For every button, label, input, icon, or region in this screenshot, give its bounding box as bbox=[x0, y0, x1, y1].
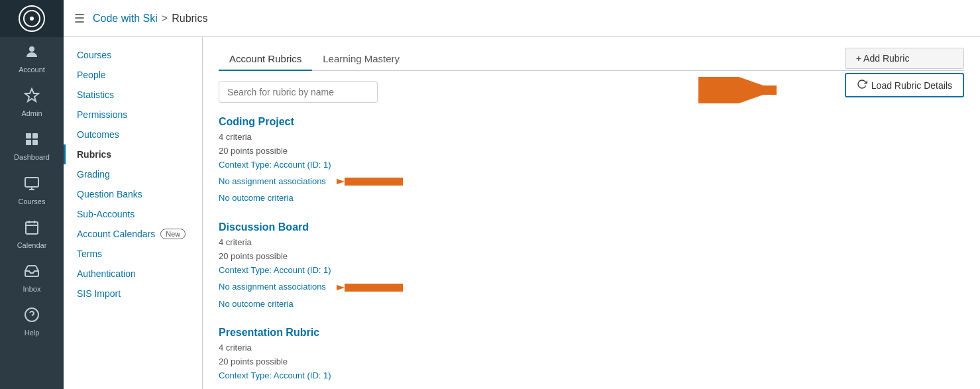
arrow-discussion-board bbox=[337, 278, 403, 298]
nav-item-help[interactable]: Help bbox=[0, 300, 64, 344]
rubric-no-assoc-discussion: No assignment associations bbox=[219, 280, 326, 294]
load-rubric-button[interactable]: Load Rubric Details bbox=[845, 73, 964, 97]
nav-calendar-label: Calendar bbox=[17, 241, 47, 250]
search-input[interactable] bbox=[219, 82, 378, 103]
nav-item-dashboard[interactable]: Dashboard bbox=[0, 125, 64, 168]
breadcrumb-current: Rubrics bbox=[172, 13, 207, 25]
svg-rect-4 bbox=[26, 140, 31, 145]
tab-learning-mastery[interactable]: Learning Mastery bbox=[312, 48, 410, 71]
rubric-points-coding: 20 points possible bbox=[219, 144, 964, 158]
sidebar-item-statistics[interactable]: Statistics bbox=[64, 85, 202, 105]
calendar-icon bbox=[24, 219, 40, 239]
breadcrumb-link[interactable]: Code with Ski bbox=[93, 13, 158, 25]
help-icon bbox=[24, 307, 40, 327]
logo-dot bbox=[30, 17, 34, 21]
rubric-points-discussion: 20 points possible bbox=[219, 250, 964, 264]
rubric-no-assoc-presentation: No assignment associations bbox=[219, 386, 326, 389]
account-icon bbox=[24, 44, 40, 64]
sidebar-item-sis-import[interactable]: SIS Import bbox=[64, 284, 202, 304]
main-area: ☰ Code with Ski > Rubrics Courses People… bbox=[64, 0, 980, 389]
rubric-item-discussion-board: Discussion Board 4 criteria 20 points po… bbox=[219, 221, 964, 311]
arrow-coding-project bbox=[337, 172, 403, 192]
nav-inbox-label: Inbox bbox=[23, 285, 41, 294]
svg-rect-5 bbox=[32, 140, 38, 145]
arrow-presentation-rubric bbox=[337, 383, 403, 389]
rubric-context-discussion: Context Type: Account (ID: 1) bbox=[219, 264, 964, 278]
svg-rect-9 bbox=[26, 222, 38, 234]
breadcrumb-separator: > bbox=[162, 13, 168, 25]
load-rubric-label: Load Rubric Details bbox=[871, 80, 952, 91]
rubric-points-presentation: 20 points possible bbox=[219, 355, 964, 369]
nav-dashboard-label: Dashboard bbox=[14, 153, 50, 162]
main-panel: + Add Rubric Load Rubric Details bbox=[203, 37, 980, 389]
sidebar-item-terms[interactable]: Terms bbox=[64, 244, 202, 264]
account-calendars-label: Account Calendars bbox=[77, 229, 155, 239]
logo bbox=[0, 0, 64, 37]
nav-item-account[interactable]: Account bbox=[0, 37, 64, 81]
sidebar-item-people[interactable]: People bbox=[64, 65, 202, 85]
breadcrumb: Code with Ski > Rubrics bbox=[93, 13, 207, 25]
courses-icon bbox=[24, 176, 40, 195]
rubric-no-assoc-coding: No assignment associations bbox=[219, 175, 326, 189]
nav-help-label: Help bbox=[25, 329, 40, 337]
sidebar: Courses People Statistics Permissions Ou… bbox=[64, 37, 203, 389]
hamburger-icon[interactable]: ☰ bbox=[74, 11, 85, 26]
sidebar-item-rubrics[interactable]: Rubrics bbox=[64, 144, 202, 164]
nav-rail: Account Admin Dashboard Courses Calendar… bbox=[0, 0, 64, 389]
svg-point-0 bbox=[29, 46, 34, 52]
svg-marker-1 bbox=[25, 89, 38, 101]
rubric-meta-discussion-board: 4 criteria 20 points possible Context Ty… bbox=[219, 236, 964, 311]
logo-inner bbox=[23, 10, 40, 27]
action-buttons: + Add Rubric Load Rubric Details bbox=[845, 48, 964, 97]
nav-admin-label: Admin bbox=[21, 109, 42, 118]
nav-account-label: Account bbox=[19, 66, 45, 74]
logo-circle bbox=[19, 5, 45, 32]
sidebar-item-permissions[interactable]: Permissions bbox=[64, 105, 202, 125]
rubric-title-discussion-board[interactable]: Discussion Board bbox=[219, 221, 964, 233]
sidebar-item-account-calendars[interactable]: Account Calendars New bbox=[64, 224, 202, 244]
rubric-criteria-discussion: 4 criteria bbox=[219, 236, 964, 250]
rubric-meta-coding-project: 4 criteria 20 points possible Context Ty… bbox=[219, 131, 964, 205]
rubric-meta-presentation: 4 criteria 20 points possible Context Ty… bbox=[219, 341, 964, 389]
sidebar-item-authentication[interactable]: Authentication bbox=[64, 264, 202, 284]
sidebar-item-courses[interactable]: Courses bbox=[64, 45, 202, 65]
inbox-icon bbox=[24, 263, 40, 283]
svg-rect-3 bbox=[32, 133, 38, 139]
nav-courses-label: Courses bbox=[19, 197, 46, 206]
rubric-no-outcome-discussion: No outcome criteria bbox=[219, 298, 964, 311]
rubric-item-coding-project: Coding Project 4 criteria 20 points poss… bbox=[219, 116, 964, 205]
top-bar: ☰ Code with Ski > Rubrics bbox=[64, 0, 980, 37]
nav-item-inbox[interactable]: Inbox bbox=[0, 256, 64, 300]
rubric-item-presentation-rubric: Presentation Rubric 4 criteria 20 points… bbox=[219, 327, 964, 389]
dashboard-icon bbox=[24, 131, 40, 151]
add-rubric-button[interactable]: + Add Rubric bbox=[845, 48, 964, 69]
admin-icon bbox=[24, 87, 40, 107]
rubric-context-presentation: Context Type: Account (ID: 1) bbox=[219, 369, 964, 383]
rubric-no-outcome-coding: No outcome criteria bbox=[219, 192, 964, 205]
svg-rect-6 bbox=[25, 178, 38, 187]
arrow-to-load-button bbox=[698, 77, 785, 105]
nav-item-courses[interactable]: Courses bbox=[0, 169, 64, 213]
rubric-criteria-coding: 4 criteria bbox=[219, 131, 964, 144]
rubric-criteria-presentation: 4 criteria bbox=[219, 341, 964, 355]
rubric-title-coding-project[interactable]: Coding Project bbox=[219, 116, 964, 128]
sidebar-item-outcomes[interactable]: Outcomes bbox=[64, 125, 202, 144]
svg-rect-2 bbox=[26, 133, 31, 139]
rubric-title-presentation[interactable]: Presentation Rubric bbox=[219, 327, 964, 339]
content-area: Courses People Statistics Permissions Ou… bbox=[64, 37, 980, 389]
nav-item-calendar[interactable]: Calendar bbox=[0, 213, 64, 256]
sidebar-item-question-banks[interactable]: Question Banks bbox=[64, 184, 202, 204]
refresh-icon bbox=[857, 79, 867, 91]
tab-account-rubrics[interactable]: Account Rubrics bbox=[219, 48, 312, 71]
nav-item-admin[interactable]: Admin bbox=[0, 81, 64, 125]
sidebar-item-grading[interactable]: Grading bbox=[64, 164, 202, 184]
rubric-context-coding: Context Type: Account (ID: 1) bbox=[219, 158, 964, 172]
sidebar-item-sub-accounts[interactable]: Sub-Accounts bbox=[64, 204, 202, 224]
new-badge: New bbox=[160, 229, 186, 239]
